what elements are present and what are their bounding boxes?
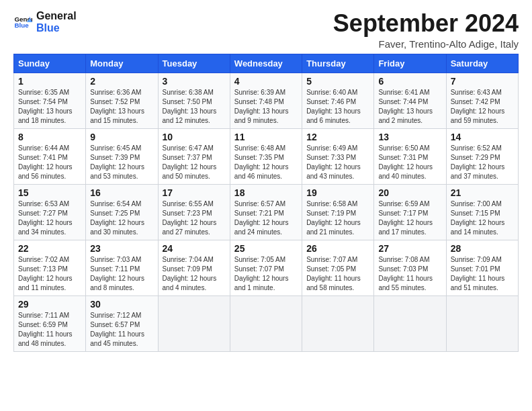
day-header-thursday: Thursday xyxy=(302,54,374,73)
day-info: Sunrise: 7:12 AM Sunset: 6:57 PM Dayligh… xyxy=(90,311,153,349)
day-number: 23 xyxy=(90,243,153,254)
day-info: Sunrise: 7:00 AM Sunset: 7:15 PM Dayligh… xyxy=(451,199,514,237)
day-number: 10 xyxy=(163,132,226,142)
header-row: SundayMondayTuesdayWednesdayThursdayFrid… xyxy=(14,54,519,73)
day-info: Sunrise: 7:09 AM Sunset: 7:01 PM Dayligh… xyxy=(451,255,514,293)
day-info: Sunrise: 6:47 AM Sunset: 7:37 PM Dayligh… xyxy=(163,144,226,181)
week-row-2: 8Sunrise: 6:44 AM Sunset: 7:41 PM Daylig… xyxy=(14,128,519,184)
day-cell: 21Sunrise: 7:00 AM Sunset: 7:15 PM Dayli… xyxy=(446,184,518,240)
day-info: Sunrise: 6:36 AM Sunset: 7:52 PM Dayligh… xyxy=(90,88,153,126)
day-number: 24 xyxy=(163,243,226,254)
day-info: Sunrise: 7:07 AM Sunset: 7:05 PM Dayligh… xyxy=(306,255,369,293)
week-row-5: 29Sunrise: 7:11 AM Sunset: 6:59 PM Dayli… xyxy=(14,295,519,351)
logo-icon: General Blue xyxy=(13,13,32,32)
day-cell: 25Sunrise: 7:05 AM Sunset: 7:07 PM Dayli… xyxy=(230,240,302,295)
day-header-wednesday: Wednesday xyxy=(230,54,302,73)
day-info: Sunrise: 7:08 AM Sunset: 7:03 PM Dayligh… xyxy=(378,255,441,293)
day-header-sunday: Sunday xyxy=(14,54,86,73)
day-info: Sunrise: 7:03 AM Sunset: 7:11 PM Dayligh… xyxy=(90,255,153,293)
day-cell: 16Sunrise: 6:54 AM Sunset: 7:25 PM Dayli… xyxy=(86,184,158,240)
day-number: 17 xyxy=(163,187,226,198)
day-cell: 9Sunrise: 6:45 AM Sunset: 7:39 PM Daylig… xyxy=(86,128,158,184)
day-cell: 15Sunrise: 6:53 AM Sunset: 7:27 PM Dayli… xyxy=(14,184,86,240)
day-number: 26 xyxy=(306,243,369,254)
day-cell: 12Sunrise: 6:49 AM Sunset: 7:33 PM Dayli… xyxy=(302,128,374,184)
day-number: 30 xyxy=(90,299,153,310)
day-header-friday: Friday xyxy=(374,54,446,73)
day-cell: 11Sunrise: 6:48 AM Sunset: 7:35 PM Dayli… xyxy=(230,128,302,184)
day-number: 25 xyxy=(234,243,298,254)
day-cell: 1Sunrise: 6:35 AM Sunset: 7:54 PM Daylig… xyxy=(14,73,86,128)
day-cell: 23Sunrise: 7:03 AM Sunset: 7:11 PM Dayli… xyxy=(86,240,158,295)
day-number: 20 xyxy=(378,187,441,198)
day-number: 8 xyxy=(18,132,81,142)
day-header-tuesday: Tuesday xyxy=(158,54,230,73)
calendar-table: SundayMondayTuesdayWednesdayThursdayFrid… xyxy=(13,54,519,352)
day-info: Sunrise: 7:04 AM Sunset: 7:09 PM Dayligh… xyxy=(163,255,226,293)
day-cell: 10Sunrise: 6:47 AM Sunset: 7:37 PM Dayli… xyxy=(158,128,230,184)
day-header-saturday: Saturday xyxy=(446,54,518,73)
day-info: Sunrise: 7:11 AM Sunset: 6:59 PM Dayligh… xyxy=(18,311,81,349)
page-header: General Blue General Blue September 2024… xyxy=(13,10,519,50)
day-cell: 2Sunrise: 6:36 AM Sunset: 7:52 PM Daylig… xyxy=(86,73,158,128)
logo: General Blue General Blue xyxy=(13,10,77,35)
day-cell: 26Sunrise: 7:07 AM Sunset: 7:05 PM Dayli… xyxy=(302,240,374,295)
day-cell: 13Sunrise: 6:50 AM Sunset: 7:31 PM Dayli… xyxy=(374,128,446,184)
day-number: 2 xyxy=(90,76,153,87)
day-cell: 30Sunrise: 7:12 AM Sunset: 6:57 PM Dayli… xyxy=(86,295,158,351)
week-row-1: 1Sunrise: 6:35 AM Sunset: 7:54 PM Daylig… xyxy=(14,73,519,128)
day-number: 28 xyxy=(451,243,514,254)
day-number: 7 xyxy=(451,76,514,87)
day-header-monday: Monday xyxy=(86,54,158,73)
day-cell: 22Sunrise: 7:02 AM Sunset: 7:13 PM Dayli… xyxy=(14,240,86,295)
day-info: Sunrise: 6:58 AM Sunset: 7:19 PM Dayligh… xyxy=(306,199,369,237)
day-cell xyxy=(302,295,374,351)
logo-text-blue: Blue xyxy=(36,22,77,34)
day-info: Sunrise: 7:02 AM Sunset: 7:13 PM Dayligh… xyxy=(18,255,81,293)
day-cell: 4Sunrise: 6:39 AM Sunset: 7:48 PM Daylig… xyxy=(230,73,302,128)
day-cell: 19Sunrise: 6:58 AM Sunset: 7:19 PM Dayli… xyxy=(302,184,374,240)
day-cell: 7Sunrise: 6:43 AM Sunset: 7:42 PM Daylig… xyxy=(446,73,518,128)
day-info: Sunrise: 6:38 AM Sunset: 7:50 PM Dayligh… xyxy=(163,88,226,126)
day-number: 3 xyxy=(163,76,226,87)
day-number: 15 xyxy=(18,187,81,198)
day-number: 27 xyxy=(378,243,441,254)
day-info: Sunrise: 6:43 AM Sunset: 7:42 PM Dayligh… xyxy=(451,88,514,126)
day-cell xyxy=(230,295,302,351)
title-section: September 2024 Faver, Trentino-Alto Adig… xyxy=(333,10,519,50)
day-cell: 6Sunrise: 6:41 AM Sunset: 7:44 PM Daylig… xyxy=(374,73,446,128)
day-number: 5 xyxy=(306,76,369,87)
day-info: Sunrise: 6:54 AM Sunset: 7:25 PM Dayligh… xyxy=(90,199,153,237)
day-number: 18 xyxy=(234,187,298,198)
day-number: 6 xyxy=(378,76,441,87)
day-cell xyxy=(374,295,446,351)
day-number: 16 xyxy=(90,187,153,198)
day-cell xyxy=(158,295,230,351)
day-number: 12 xyxy=(306,132,369,142)
day-cell xyxy=(446,295,518,351)
day-info: Sunrise: 6:45 AM Sunset: 7:39 PM Dayligh… xyxy=(90,144,153,181)
month-title: September 2024 xyxy=(333,10,519,37)
day-info: Sunrise: 6:41 AM Sunset: 7:44 PM Dayligh… xyxy=(378,88,441,126)
day-cell: 14Sunrise: 6:52 AM Sunset: 7:29 PM Dayli… xyxy=(446,128,518,184)
day-number: 21 xyxy=(451,187,514,198)
day-number: 19 xyxy=(306,187,369,198)
day-number: 14 xyxy=(451,132,514,142)
day-info: Sunrise: 6:40 AM Sunset: 7:46 PM Dayligh… xyxy=(306,88,369,126)
calendar-header: SundayMondayTuesdayWednesdayThursdayFrid… xyxy=(14,54,519,73)
day-cell: 5Sunrise: 6:40 AM Sunset: 7:46 PM Daylig… xyxy=(302,73,374,128)
day-cell: 28Sunrise: 7:09 AM Sunset: 7:01 PM Dayli… xyxy=(446,240,518,295)
week-row-4: 22Sunrise: 7:02 AM Sunset: 7:13 PM Dayli… xyxy=(14,240,519,295)
day-cell: 18Sunrise: 6:57 AM Sunset: 7:21 PM Dayli… xyxy=(230,184,302,240)
week-row-3: 15Sunrise: 6:53 AM Sunset: 7:27 PM Dayli… xyxy=(14,184,519,240)
day-info: Sunrise: 6:57 AM Sunset: 7:21 PM Dayligh… xyxy=(234,199,298,237)
day-info: Sunrise: 7:05 AM Sunset: 7:07 PM Dayligh… xyxy=(234,255,298,293)
day-number: 9 xyxy=(90,132,153,142)
day-info: Sunrise: 6:50 AM Sunset: 7:31 PM Dayligh… xyxy=(378,144,441,181)
day-cell: 27Sunrise: 7:08 AM Sunset: 7:03 PM Dayli… xyxy=(374,240,446,295)
day-number: 29 xyxy=(18,299,81,310)
day-number: 1 xyxy=(18,76,81,87)
day-info: Sunrise: 6:48 AM Sunset: 7:35 PM Dayligh… xyxy=(234,144,298,181)
day-cell: 20Sunrise: 6:59 AM Sunset: 7:17 PM Dayli… xyxy=(374,184,446,240)
day-number: 4 xyxy=(234,76,298,87)
